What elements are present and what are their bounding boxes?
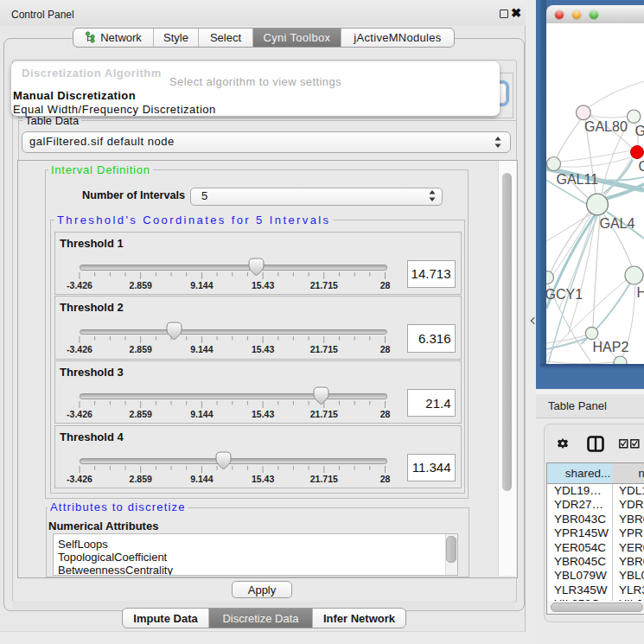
svg-text:GA: GA <box>635 124 644 138</box>
svg-text:GAL80: GAL80 <box>584 119 628 134</box>
svg-text:C: C <box>639 159 644 174</box>
svg-text:GAL4: GAL4 <box>600 216 635 231</box>
svg-text:H: H <box>637 285 644 300</box>
svg-text:HAP2: HAP2 <box>593 340 629 354</box>
svg-text:GCY1: GCY1 <box>546 287 583 302</box>
svg-text:GAL11: GAL11 <box>557 172 599 187</box>
